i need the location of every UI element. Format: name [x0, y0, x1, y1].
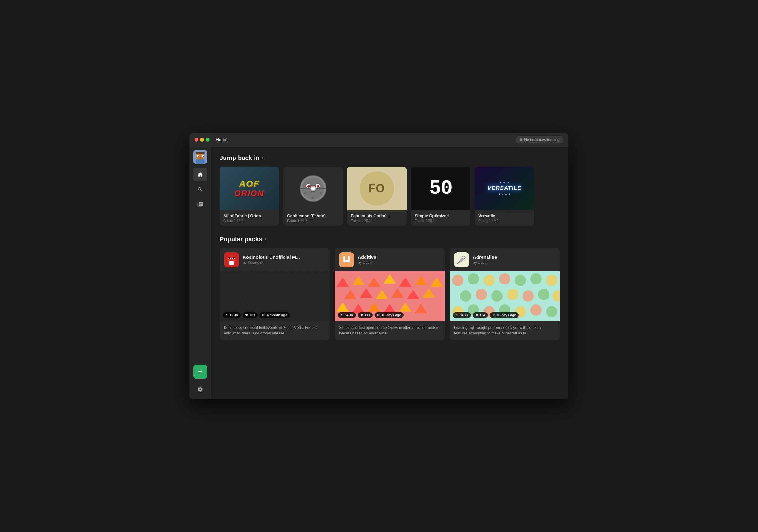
pack-card-cobblemon-version: Fabric 1.19.2: [287, 219, 339, 222]
pack-card-aof[interactable]: AOF ORION All of Fabric | Orion Fabric 1…: [220, 167, 279, 226]
sidebar: [190, 147, 211, 399]
popular-card-adrenaline-desc: Leading, lightweight performance layer w…: [450, 321, 560, 340]
avatar[interactable]: [193, 150, 207, 164]
pack-card-so-name: Simply Optimized: [415, 214, 466, 218]
svg-point-28: [229, 258, 230, 259]
pack-card-so-info: Simply Optimized Fabric 1.20.1: [411, 210, 470, 226]
adrenaline-like-count: 104: [480, 313, 485, 317]
svg-point-63: [483, 275, 495, 286]
sidebar-item-home[interactable]: [193, 168, 207, 181]
download-stat: 12.4k: [223, 312, 241, 318]
popular-card-additive-details: Additive by Devin: [358, 254, 376, 265]
popular-card-adrenaline-details: Adrenaline by Devin: [473, 254, 497, 265]
svg-marker-44: [430, 277, 443, 287]
popular-card-kosmolot-image: 12.4k 121 A month ago: [220, 271, 329, 321]
popular-card-kosmolot-details: Kosmolot's Unofficial M... by Kosmolot: [243, 254, 300, 265]
popular-card-additive[interactable]: Additive by Devin: [334, 248, 445, 340]
svg-point-71: [507, 289, 518, 300]
additive-download-count: 34.1k: [345, 313, 353, 317]
pack-card-versatile-info: Versatile Fabric 1.19.2: [475, 210, 534, 226]
svg-marker-51: [336, 302, 349, 312]
pack-card-fo-name: Fabulously Optimi...: [351, 214, 403, 218]
svg-rect-5: [197, 156, 198, 157]
svg-point-21: [304, 192, 306, 194]
pack-card-versatile-name: Versatile: [478, 214, 530, 218]
svg-marker-40: [368, 277, 380, 287]
popular-packs-grid: Kosmolot's Unofficial M... by Kosmolot 1…: [220, 248, 560, 340]
minimize-button[interactable]: [200, 138, 204, 142]
popular-card-adrenaline[interactable]: Adrenaline by Devin: [450, 248, 560, 340]
popular-card-adrenaline-image: 34.7k 104 18 days ago: [450, 271, 560, 321]
svg-point-29: [233, 258, 234, 259]
popular-card-kosmolot[interactable]: Kosmolot's Unofficial M... by Kosmolot 1…: [220, 248, 329, 340]
svg-marker-39: [352, 276, 364, 285]
additive-download-stat: 34.1k: [338, 312, 356, 318]
pack-card-versatile-image: ✦ ✦ ✦ VERSATILE ★ ★ ★ ★: [475, 167, 534, 210]
svg-rect-9: [196, 159, 204, 164]
popular-card-additive-header: Additive by Devin: [334, 248, 445, 271]
svg-point-62: [468, 273, 479, 284]
pack-card-aof-image: AOF ORION: [220, 167, 279, 210]
popular-card-additive-stats: 34.1k 111 18 days ago: [338, 312, 404, 318]
svg-marker-54: [383, 304, 396, 313]
popular-packs-arrow[interactable]: ›: [265, 236, 266, 242]
svg-point-59: [462, 256, 465, 259]
svg-point-23: [312, 197, 314, 199]
add-button[interactable]: [193, 365, 207, 379]
popular-card-additive-author: by Devin: [358, 260, 376, 265]
maximize-button[interactable]: [206, 138, 210, 142]
popular-card-kosmolot-stats: 12.4k 121 A month ago: [223, 312, 290, 318]
pack-card-versatile[interactable]: ✦ ✦ ✦ VERSATILE ★ ★ ★ ★ Versatile Fabric…: [475, 167, 534, 226]
svg-point-74: [552, 290, 560, 302]
instances-dot: [520, 139, 522, 141]
popular-card-kosmolot-author: by Kosmolot: [243, 260, 300, 265]
date-stat: A month ago: [259, 312, 290, 318]
pack-card-cobblemon[interactable]: Cobblemon [Fabric] Fabric 1.19.2: [283, 167, 343, 226]
svg-line-60: [458, 262, 459, 263]
pack-card-fo[interactable]: FO Fabulously Optimi... Fabric 1.20.1: [347, 167, 406, 226]
sidebar-item-library[interactable]: [193, 198, 207, 211]
popular-card-additive-icon: [339, 252, 354, 267]
jump-back-in-arrow[interactable]: ›: [262, 155, 263, 161]
jump-back-in-header: Jump back in ›: [220, 154, 560, 162]
svg-point-65: [515, 275, 526, 286]
svg-marker-38: [336, 277, 349, 287]
pack-card-so[interactable]: 50 Simply Optimized Fabric 1.20.1: [411, 167, 470, 226]
svg-point-66: [530, 273, 542, 284]
additive-like-stat: 111: [358, 312, 373, 318]
traffic-lights: [194, 138, 210, 142]
app-window: Home No instances running: [190, 133, 568, 399]
pack-card-cobblemon-info: Cobblemon [Fabric] Fabric 1.19.2: [283, 210, 343, 226]
jump-back-in-title: Jump back in: [220, 154, 259, 162]
instances-badge: No instances running: [516, 136, 564, 144]
pack-card-aof-info: All of Fabric | Orion Fabric 1.19.2: [220, 210, 279, 226]
popular-card-adrenaline-author: by Devin: [473, 260, 497, 265]
main-content: Jump back in › AOF ORION: [211, 147, 568, 399]
svg-point-17: [318, 186, 319, 187]
app-body: Jump back in › AOF ORION: [190, 147, 568, 399]
close-button[interactable]: [194, 138, 198, 142]
svg-marker-46: [360, 288, 372, 298]
svg-point-61: [452, 275, 464, 286]
download-count: 12.4k: [229, 313, 238, 317]
pack-card-cobblemon-image: [283, 167, 343, 210]
svg-marker-56: [415, 304, 427, 313]
date-text: A month ago: [266, 313, 287, 317]
titlebar-left: Home: [194, 137, 227, 142]
popular-card-additive-desc: Simple and fast open-source OptiFine alt…: [334, 321, 445, 340]
sidebar-item-search[interactable]: [193, 183, 207, 196]
additive-like-count: 111: [364, 313, 370, 317]
pack-card-so-version: Fabric 1.20.1: [415, 219, 466, 222]
like-stat: 121: [243, 312, 258, 318]
svg-marker-50: [423, 288, 435, 298]
sidebar-item-settings[interactable]: [193, 382, 207, 396]
svg-rect-7: [199, 157, 201, 158]
popular-card-adrenaline-header: Adrenaline by Devin: [450, 248, 560, 271]
svg-point-72: [523, 290, 534, 302]
pack-card-fo-info: Fabulously Optimi... Fabric 1.20.1: [347, 210, 406, 226]
svg-point-34: [229, 261, 234, 264]
svg-rect-8: [197, 158, 203, 159]
svg-marker-43: [415, 276, 427, 285]
svg-point-67: [546, 275, 557, 286]
svg-point-73: [538, 289, 549, 300]
